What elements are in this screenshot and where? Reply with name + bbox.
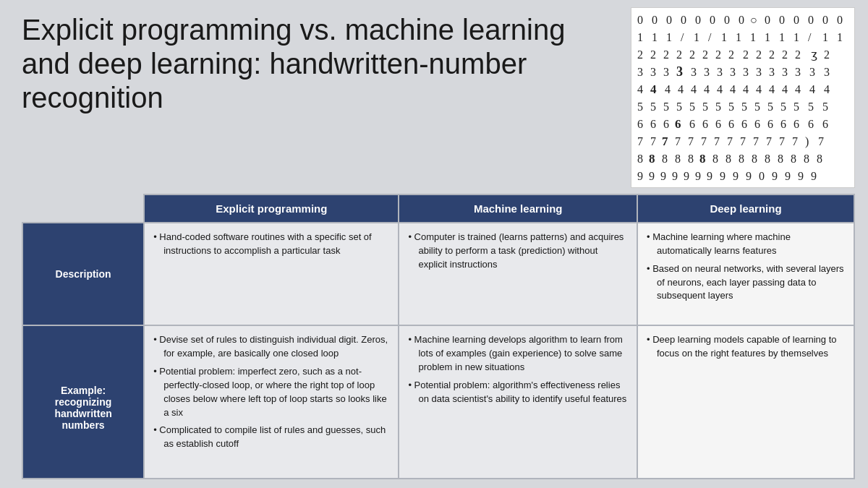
svg-text:4: 4 xyxy=(717,83,723,95)
svg-text:4: 4 xyxy=(637,83,643,95)
svg-text:7: 7 xyxy=(818,135,824,147)
table: Explicit programming Machine learning De… xyxy=(22,194,855,479)
mnist-image: 0 0 0 0 0 0 0 0 ○ 0 0 0 0 0 0 1 1 1 / 1 … xyxy=(631,7,855,188)
svg-text:8: 8 xyxy=(739,153,744,165)
list-item: Potential problem: algorithm's effective… xyxy=(408,379,628,406)
svg-text:3: 3 xyxy=(824,66,830,78)
svg-text:6: 6 xyxy=(767,118,773,130)
svg-text:5: 5 xyxy=(767,100,773,113)
svg-text:): ) xyxy=(805,135,809,148)
svg-text:9: 9 xyxy=(637,170,643,182)
svg-text:6: 6 xyxy=(822,118,828,130)
svg-text:5: 5 xyxy=(702,100,708,113)
svg-text:3: 3 xyxy=(756,66,762,78)
list-item: Devise set of rules to distinguish indiv… xyxy=(153,333,389,361)
header-explicit: Explicit programming xyxy=(144,194,399,223)
svg-text:0: 0 xyxy=(822,14,828,26)
svg-text:0: 0 xyxy=(681,14,686,26)
svg-text:7: 7 xyxy=(650,135,656,147)
svg-text:9: 9 xyxy=(811,170,817,182)
svg-text:1: 1 xyxy=(652,31,658,43)
list-item: Potential problem: imperfect zero, such … xyxy=(153,365,389,419)
svg-text:0: 0 xyxy=(779,14,785,26)
svg-text:2: 2 xyxy=(743,48,749,61)
svg-text:9: 9 xyxy=(660,170,666,182)
svg-text:6: 6 xyxy=(808,118,814,130)
svg-text:5: 5 xyxy=(808,100,814,113)
svg-text:9: 9 xyxy=(772,170,778,182)
svg-text:8: 8 xyxy=(712,153,718,165)
svg-text:7: 7 xyxy=(662,134,668,148)
header-empty xyxy=(22,194,144,223)
svg-text:5: 5 xyxy=(728,100,734,113)
svg-text:8: 8 xyxy=(675,153,681,165)
svg-text:2: 2 xyxy=(676,48,682,61)
svg-text:6: 6 xyxy=(728,118,734,130)
list-item: Machine learning where machine automatic… xyxy=(647,231,845,258)
svg-text:1: 1 xyxy=(837,31,843,43)
svg-text:1: 1 xyxy=(736,31,741,43)
table-row-example: Example: recognizing handwritten numbers… xyxy=(22,325,854,479)
svg-text:2: 2 xyxy=(689,48,695,61)
svg-text:4: 4 xyxy=(782,83,788,95)
svg-text:3: 3 xyxy=(743,66,749,78)
svg-text:1: 1 xyxy=(666,31,672,43)
list-item: Hand-coded software routines with a spec… xyxy=(153,231,389,258)
svg-text:8: 8 xyxy=(688,153,694,165)
slide-title: Explicit programming vs. machine learnin… xyxy=(22,13,571,116)
svg-text:5: 5 xyxy=(689,100,695,113)
svg-text:1: 1 xyxy=(721,31,727,43)
svg-text:6: 6 xyxy=(754,118,760,130)
svg-text:6: 6 xyxy=(675,117,681,131)
svg-text:4: 4 xyxy=(795,83,801,95)
svg-text:9: 9 xyxy=(707,170,712,182)
svg-text:8: 8 xyxy=(817,153,822,165)
svg-text:7: 7 xyxy=(792,135,798,147)
svg-text:3: 3 xyxy=(730,66,736,78)
row-label-example: Example: recognizing handwritten numbers xyxy=(22,325,144,479)
list-item: Computer is trained (learns patterns) an… xyxy=(408,231,628,272)
svg-text:0: 0 xyxy=(759,170,765,182)
svg-text:8: 8 xyxy=(662,153,668,165)
svg-text:5: 5 xyxy=(793,100,799,113)
row-label-description: Description xyxy=(22,223,144,325)
svg-text:/: / xyxy=(681,31,684,43)
svg-text:2: 2 xyxy=(715,48,721,61)
svg-text:3: 3 xyxy=(769,66,775,78)
svg-text:5: 5 xyxy=(715,100,721,113)
svg-text:0: 0 xyxy=(652,14,658,26)
svg-text:0: 0 xyxy=(695,14,701,26)
svg-text:2: 2 xyxy=(663,48,669,61)
svg-text:4: 4 xyxy=(730,83,736,95)
svg-text:4: 4 xyxy=(824,83,830,95)
svg-text:4: 4 xyxy=(650,82,657,96)
svg-text:8: 8 xyxy=(765,153,770,165)
svg-text:7: 7 xyxy=(688,135,694,147)
svg-text:4: 4 xyxy=(743,83,749,95)
svg-text:0: 0 xyxy=(765,14,770,26)
svg-text:1: 1 xyxy=(779,31,785,43)
svg-text:7: 7 xyxy=(766,135,772,147)
mnist-svg: 0 0 0 0 0 0 0 0 ○ 0 0 0 0 0 0 1 1 1 / 1 … xyxy=(634,11,851,184)
svg-text:3: 3 xyxy=(795,66,801,78)
svg-text:5: 5 xyxy=(780,100,786,113)
svg-text:6: 6 xyxy=(780,118,786,130)
svg-text:0: 0 xyxy=(739,14,744,26)
svg-text:2: 2 xyxy=(795,48,801,61)
svg-text:○: ○ xyxy=(750,14,757,26)
svg-text:6: 6 xyxy=(741,118,747,130)
list-item: Complicated to compile list of rules and… xyxy=(153,424,389,451)
svg-text:9: 9 xyxy=(720,170,726,182)
svg-text:5: 5 xyxy=(637,100,643,113)
svg-text:6: 6 xyxy=(702,118,708,130)
slide: Explicit programming vs. machine learnin… xyxy=(0,0,868,488)
svg-text:3: 3 xyxy=(691,66,697,78)
svg-text:2: 2 xyxy=(702,48,708,61)
svg-text:1: 1 xyxy=(822,31,828,43)
svg-text:7: 7 xyxy=(714,135,720,147)
svg-text:3: 3 xyxy=(717,66,723,78)
svg-text:8: 8 xyxy=(726,153,731,165)
svg-text:/: / xyxy=(708,31,712,43)
svg-text:0: 0 xyxy=(837,14,843,26)
svg-text:7: 7 xyxy=(727,135,733,147)
